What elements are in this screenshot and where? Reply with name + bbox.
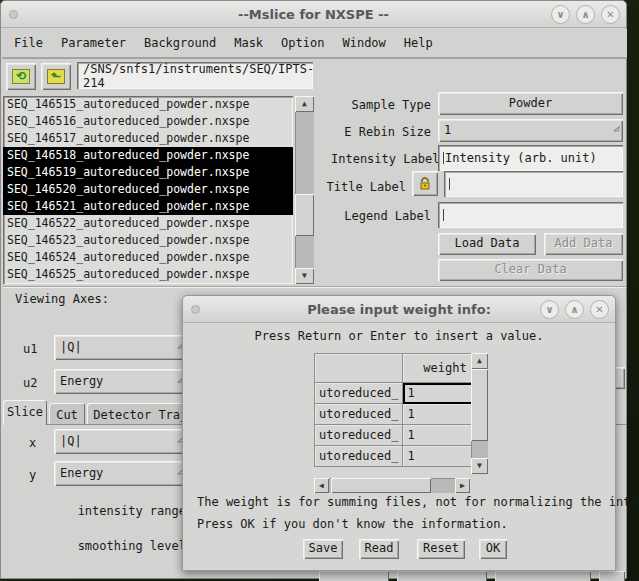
weight-table: weight utoreduced_ 1 utoreduced_ 1 utore… (314, 353, 487, 467)
chevron-up-icon: ∧ (581, 9, 589, 20)
refresh-icon: ⟲ (12, 69, 30, 84)
file-name-cell: utoreduced_ (315, 425, 403, 446)
reset-button[interactable]: Reset (417, 539, 465, 559)
table-header-row: weight (315, 354, 487, 383)
folder-up-button[interactable]: ⬑ (41, 63, 71, 90)
list-item[interactable]: SEQ_146515_autoreduced_powder.nxspe (3, 96, 293, 113)
ok-button[interactable]: OK (479, 539, 507, 559)
partial-button[interactable] (319, 571, 389, 581)
u1-combobox[interactable]: |Q| ◿ (54, 335, 187, 360)
title-label: Title Label (306, 180, 406, 194)
list-item[interactable]: SEQ_146519_autoreduced_powder.nxspe (3, 164, 293, 181)
load-data-button[interactable]: Load Data (438, 233, 536, 255)
sample-type-label: Sample Type (331, 98, 431, 112)
text-cursor (443, 152, 444, 164)
dialog-note-2: Press OK if you don't know the informati… (197, 517, 508, 531)
table-row: utoreduced_ 1 (315, 404, 487, 425)
viewing-axes-heading: Viewing Axes: (15, 292, 109, 306)
divider (3, 286, 626, 288)
intensity-input[interactable]: Intensity (arb. unit) (438, 145, 623, 171)
table-row: utoreduced_ 1 (315, 383, 487, 404)
close-button[interactable]: ✕ (601, 5, 620, 24)
folder-up-icon: ⬑ (47, 69, 65, 84)
add-data-button: Add Data (544, 233, 623, 255)
menu-parameter[interactable]: Parameter (61, 36, 126, 50)
chevron-down-icon: ∨ (556, 9, 564, 20)
list-item[interactable]: SEQ_146517_autoreduced_powder.nxspe (3, 130, 293, 147)
scroll-up-icon[interactable]: ▲ (471, 353, 488, 369)
x-axis-label: x (29, 436, 36, 450)
list-item[interactable]: SEQ_146521_autoreduced_powder.nxspe (3, 198, 293, 215)
tab-slice[interactable]: Slice (3, 400, 47, 425)
maximize-button[interactable]: ∧ (565, 300, 584, 319)
dialog-titlebar[interactable]: Please input weight info: ∨ ∧ ✕ (183, 296, 615, 323)
partial-button[interactable] (397, 571, 487, 581)
scrollbar-thumb[interactable] (471, 369, 488, 441)
clear-data-button: Clear Data (438, 259, 623, 281)
close-button[interactable]: ✕ (590, 300, 609, 319)
file-list[interactable]: SEQ_146515_autoreduced_powder.nxspe SEQ_… (3, 96, 293, 284)
maximize-button[interactable]: ∧ (576, 5, 595, 24)
menu-option[interactable]: Option (281, 36, 324, 50)
text-cursor (443, 209, 444, 221)
x-axis-combobox[interactable]: |Q| ◿ (54, 429, 187, 454)
tab-cut[interactable]: Cut (49, 403, 85, 425)
window-title: --Mslice for NXSPE -- (1, 7, 626, 22)
chevron-up-icon: ∧ (570, 304, 578, 315)
smoothing-level-label: smoothing level (61, 539, 186, 553)
menu-mask[interactable]: Mask (234, 36, 263, 50)
file-name-cell: utoreduced_ (315, 404, 403, 425)
u1-label: u1 (23, 342, 37, 356)
menu-file[interactable]: File (14, 36, 43, 50)
y-axis-combobox[interactable]: Energy ◿ (54, 461, 187, 486)
scroll-up-icon[interactable]: ▲ (295, 96, 314, 112)
table-row: utoreduced_ 1 (315, 425, 487, 446)
e-rebin-label: E Rebin Size (331, 125, 431, 139)
intensity-label: Intensity Label (331, 152, 431, 166)
chevron-down-icon: ∨ (545, 304, 553, 315)
table-row: utoreduced_ 1 (315, 446, 487, 467)
scroll-left-icon[interactable]: ◀ (314, 478, 329, 493)
legend-input[interactable] (438, 202, 623, 228)
shade-button[interactable]: ∨ (540, 300, 559, 319)
menu-window[interactable]: Window (342, 36, 385, 50)
y-axis-label: y (29, 468, 36, 482)
scrollbar-thumb[interactable] (295, 194, 314, 236)
combo-arrow-icon: ◿ (611, 117, 621, 139)
save-button[interactable]: Save (303, 539, 343, 559)
list-item[interactable]: SEQ_146518_autoreduced_powder.nxspe (3, 147, 293, 164)
menubar: File Parameter Background Mask Option Wi… (2, 29, 627, 59)
menu-background[interactable]: Background (144, 36, 216, 50)
list-item[interactable]: SEQ_146523_autoreduced_powder.nxspe (3, 232, 293, 249)
legend-label: Legend Label (331, 209, 431, 223)
list-item[interactable]: SEQ_146524_autoreduced_powder.nxspe (3, 249, 293, 266)
scroll-down-icon[interactable]: ▼ (471, 458, 488, 474)
e-rebin-combobox[interactable]: 1 ◿ (438, 119, 623, 142)
u2-label: u2 (23, 376, 37, 390)
scrollbar-thumb[interactable] (331, 478, 431, 493)
scroll-down-icon[interactable]: ▼ (295, 268, 314, 284)
shade-button[interactable]: ∨ (551, 5, 570, 24)
title-input[interactable] (444, 171, 623, 197)
scroll-right-icon[interactable]: ▶ (455, 478, 470, 493)
close-icon: ✕ (606, 9, 614, 20)
sample-type-button[interactable]: Powder (438, 92, 623, 115)
name-column-header (315, 354, 403, 383)
title-lock-button[interactable] (412, 171, 438, 196)
partial-button[interactable] (495, 571, 591, 581)
text-cursor (449, 178, 450, 190)
list-item[interactable]: SEQ_146516_autoreduced_powder.nxspe (3, 113, 293, 130)
read-button[interactable]: Read (359, 539, 399, 559)
lock-icon (418, 177, 432, 191)
dialog-note-1: The weight is for summing files, not for… (197, 495, 639, 509)
main-titlebar[interactable]: --Mslice for NXSPE -- ∨ ∧ ✕ (1, 1, 626, 28)
u2-combobox[interactable]: Energy ◿ (54, 369, 187, 394)
list-item[interactable]: SEQ_146522_autoreduced_powder.nxspe (3, 215, 293, 232)
menu-help[interactable]: Help (404, 36, 433, 50)
partial-button[interactable] (599, 571, 625, 581)
path-input[interactable]: /SNS/snfs1/instruments/SEQ/IPTS-214 (77, 62, 313, 89)
list-item[interactable]: SEQ_146525_autoreduced_powder.nxspe (3, 266, 293, 283)
refresh-button[interactable]: ⟲ (6, 63, 36, 90)
weight-dialog: Please input weight info: ∨ ∧ ✕ Press Re… (182, 295, 616, 571)
list-item[interactable]: SEQ_146520_autoreduced_powder.nxspe (3, 181, 293, 198)
